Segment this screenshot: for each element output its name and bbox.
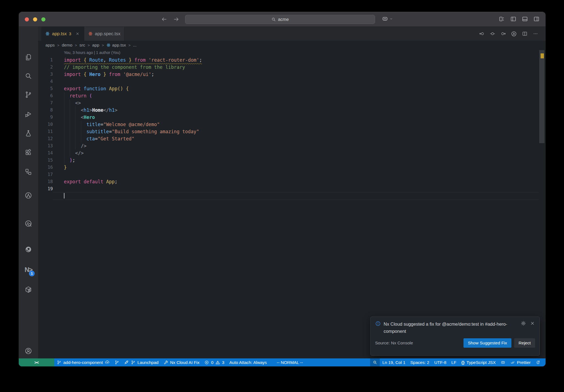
- remote-indicator[interactable]: ><: [19, 358, 54, 366]
- tab-label: app.tsx: [52, 31, 67, 36]
- close-window-button[interactable]: [25, 17, 29, 21]
- status-item-graph[interactable]: [112, 358, 122, 366]
- status-item-auto-attach[interactable]: Auto Attach: Always: [227, 358, 269, 366]
- react-icon: [88, 31, 93, 36]
- breadcrumb: apps>demo>src>app>app.tsx>...: [38, 41, 546, 50]
- line-number[interactable]: 11: [38, 128, 53, 135]
- indent-guide: [70, 99, 70, 157]
- notification-settings-gear-icon[interactable]: [521, 321, 526, 335]
- line-number[interactable]: 5: [38, 85, 53, 92]
- notification-message: Nx Cloud suggested a fix for @acme/demo:…: [384, 321, 508, 335]
- line-number[interactable]: 18: [38, 178, 53, 185]
- nav-circle-icon[interactable]: [489, 31, 495, 37]
- line-number[interactable]: 1: [38, 56, 53, 64]
- line-number[interactable]: 8: [38, 107, 53, 114]
- line-number[interactable]: 15: [38, 157, 53, 164]
- activity-item-run-debug[interactable]: [19, 107, 38, 121]
- line-number[interactable]: 12: [38, 135, 53, 142]
- command-center-search[interactable]: acme: [185, 15, 375, 24]
- line-number[interactable]: 6: [38, 92, 53, 99]
- close-tab-icon[interactable]: [75, 31, 80, 36]
- breadcrumb-separator: >: [88, 43, 90, 47]
- history-nav: [161, 16, 180, 23]
- nav-back-circle-icon[interactable]: [479, 31, 485, 37]
- status-item-eol[interactable]: LF: [449, 358, 459, 366]
- line-number[interactable]: 19: [38, 185, 53, 192]
- minimize-window-button[interactable]: [33, 17, 37, 21]
- more-actions-icon[interactable]: [532, 31, 538, 37]
- line-number[interactable]: 17: [38, 171, 53, 178]
- status-item-notifications[interactable]: [533, 358, 543, 366]
- breadcrumb-item-app[interactable]: app: [92, 43, 99, 48]
- back-arrow-icon[interactable]: [161, 16, 168, 23]
- status-glyph: {}: [461, 360, 465, 365]
- copilot-menu[interactable]: [382, 15, 393, 22]
- status-item-prettier[interactable]: Prettier: [508, 358, 533, 366]
- line-number[interactable]: 7: [38, 99, 53, 107]
- line-number[interactable]: 13: [38, 142, 53, 149]
- breadcrumb-item-demo[interactable]: demo: [62, 43, 72, 48]
- line-number[interactable]: 2: [38, 64, 53, 71]
- status-item-launchpad[interactable]: Launchpad: [122, 358, 161, 366]
- line-number[interactable]: 16: [38, 164, 53, 171]
- show-suggested-fix-button[interactable]: Show Suggested Fix: [463, 338, 511, 348]
- activity-item-testing[interactable]: [19, 126, 38, 140]
- line-number[interactable]: 9: [38, 114, 53, 121]
- editor-actions: [479, 27, 546, 41]
- breadcrumb-item-apps[interactable]: apps: [45, 43, 55, 48]
- code-line: 2// importing the component from the lib…: [38, 64, 546, 71]
- line-number[interactable]: 4: [38, 78, 53, 85]
- tab-app.spec.tsx[interactable]: app.spec.tsx: [84, 27, 125, 41]
- status-item-nx-cloud-ai-fix[interactable]: Nx Cloud AI Fix: [161, 358, 202, 366]
- activity-item-nx-graph[interactable]: [19, 188, 38, 203]
- scrollbar[interactable]: [539, 50, 544, 143]
- split-editor-icon[interactable]: [522, 31, 528, 37]
- run-graph-circle-icon[interactable]: [511, 31, 517, 37]
- error-icon: [204, 360, 209, 365]
- forward-arrow-icon[interactable]: [173, 16, 180, 23]
- breadcrumb-item-src[interactable]: src: [80, 43, 85, 48]
- wrench-icon: [164, 360, 168, 365]
- breadcrumb-tail[interactable]: ...: [133, 43, 137, 48]
- activity-item-edge-tools[interactable]: [19, 242, 38, 257]
- status-item-vim-mode[interactable]: -- NORMAL --: [274, 358, 305, 366]
- line-number[interactable]: 3: [38, 71, 53, 78]
- reject-button[interactable]: Reject: [514, 338, 535, 348]
- copilot-icon: [501, 360, 505, 365]
- line-number[interactable]: 14: [38, 149, 53, 157]
- status-item-zoom[interactable]: [370, 358, 380, 366]
- react-icon: [106, 43, 111, 47]
- activity-item-explorer[interactable]: [19, 50, 38, 64]
- status-item-problems[interactable]: 03: [202, 358, 227, 366]
- breadcrumb-file[interactable]: app.tsx: [106, 43, 126, 48]
- status-label: Nx Cloud AI Fix: [170, 360, 200, 365]
- activity-item-extensions[interactable]: [19, 145, 38, 160]
- activity-item-nx-console[interactable]: N>1: [19, 263, 38, 277]
- status-item-indentation[interactable]: Spaces: 2: [408, 358, 432, 366]
- toggle-panel-bottom-icon[interactable]: [521, 15, 528, 23]
- git-branch-icon: [131, 360, 135, 365]
- line-number[interactable]: 10: [38, 121, 53, 128]
- status-item-cursor-position[interactable]: Ln 19, Col 1: [380, 358, 408, 366]
- status-item-language[interactable]: {}TypeScript JSX: [459, 358, 498, 366]
- status-item-branch[interactable]: add-hero-component: [54, 358, 112, 366]
- activity-item-nx-project-details[interactable]: [19, 216, 38, 231]
- status-item-copilot[interactable]: [498, 358, 508, 366]
- toggle-panel-left-icon[interactable]: [510, 15, 517, 23]
- git-blame-lens[interactable]: You, 3 hours ago | 1 author (You): [64, 50, 120, 55]
- zoom-window-button[interactable]: [41, 17, 45, 21]
- status-label: Spaces: 2: [410, 360, 429, 365]
- activity-item-search[interactable]: [19, 69, 38, 83]
- activity-item-source-control[interactable]: [19, 88, 38, 102]
- activity-item-dependencies[interactable]: [19, 282, 38, 297]
- notification-close-icon[interactable]: [530, 321, 535, 335]
- tab-app.tsx[interactable]: app.tsx3: [41, 27, 84, 41]
- toggle-panel-right-icon[interactable]: [533, 15, 540, 23]
- activity-item-remote-targets[interactable]: [19, 165, 38, 179]
- code-line: 4: [38, 78, 546, 85]
- activity-item-accounts[interactable]: [19, 344, 38, 358]
- code-editor[interactable]: You, 3 hours ago | 1 author (You) 1impor…: [38, 50, 546, 358]
- status-item-encoding[interactable]: UTF-8: [432, 358, 449, 366]
- nav-forward-circle-icon[interactable]: [500, 31, 506, 37]
- customize-layout-icon[interactable]: [498, 15, 505, 23]
